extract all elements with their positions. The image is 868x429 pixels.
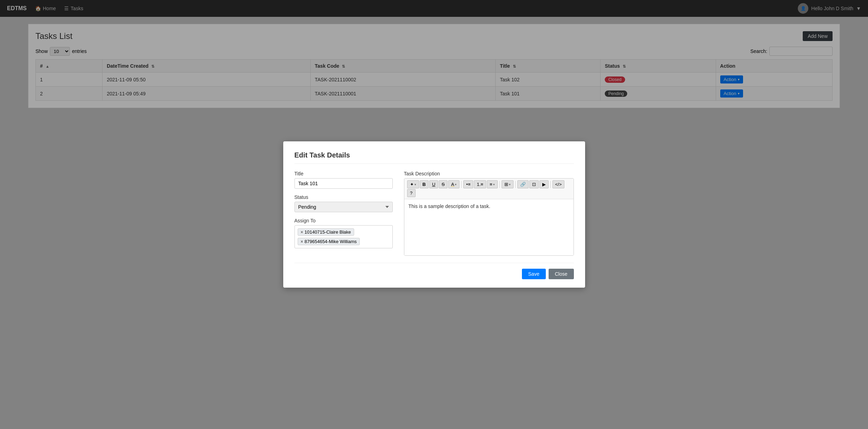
assignee-tag-2: × 879654654-Mike Williams [298,238,360,245]
rte-code-button[interactable]: </> [552,180,565,188]
modal-body: Title Status Pending Closed Open In Prog… [294,171,574,256]
rte-highlight-button[interactable]: A ▾ [448,180,459,188]
assign-to-group: Assign To × 10140715-Claire Blake × 8796… [294,218,393,248]
rte-divider-2 [499,181,500,188]
rte-image-button[interactable]: ⊡ [529,180,539,188]
rte-table-button[interactable]: ⊞ ▾ [502,180,513,188]
close-button[interactable]: Close [549,269,574,279]
rte-container: ✦ ▾ B U S A ▾ •≡ 1.≡ ≡ ▾ ⊞ ▾ 🔗 ⊡ [404,178,574,256]
assign-to-box[interactable]: × 10140715-Claire Blake × 879654654-Mike… [294,225,393,248]
save-button[interactable]: Save [522,269,546,279]
modal-right: Task Description ✦ ▾ B U S A ▾ •≡ 1.≡ ≡ … [404,171,574,256]
remove-assignee-2[interactable]: × [301,239,303,244]
modal-title: Edit Task Details [294,151,574,164]
rte-divider-4 [550,181,551,188]
status-group: Status Pending Closed Open In Progress [294,194,393,212]
rte-content[interactable]: This is a sample description of a task. [404,199,574,255]
rte-align-button[interactable]: ≡ ▾ [487,180,498,188]
rte-magic-button[interactable]: ✦ ▾ [407,180,419,188]
rte-toolbar: ✦ ▾ B U S A ▾ •≡ 1.≡ ≡ ▾ ⊞ ▾ 🔗 ⊡ [404,179,574,199]
rte-help-button[interactable]: ? [407,189,416,197]
status-select[interactable]: Pending Closed Open In Progress [294,202,393,212]
title-input[interactable] [294,178,393,189]
modal-overlay[interactable]: Edit Task Details Title Status Pending C… [0,0,868,429]
rte-link-button[interactable]: 🔗 [517,180,529,188]
status-label: Status [294,194,393,200]
assign-to-label: Assign To [294,218,393,223]
rte-divider-3 [515,181,516,188]
edit-task-modal: Edit Task Details Title Status Pending C… [283,141,585,288]
rte-underline-button[interactable]: U [429,180,438,188]
rte-bullet-list-button[interactable]: •≡ [463,180,473,188]
description-label: Task Description [404,171,574,176]
rte-media-button[interactable]: ▶ [539,180,549,188]
title-group: Title [294,171,393,189]
modal-left: Title Status Pending Closed Open In Prog… [294,171,393,256]
assignee-2-text: 879654654-Mike Williams [305,239,357,244]
rte-divider-1 [461,181,462,188]
modal-footer: Save Close [294,263,574,279]
rte-strikethrough-button[interactable]: S [439,180,448,188]
rte-ordered-list-button[interactable]: 1.≡ [474,180,486,188]
title-label: Title [294,171,393,176]
remove-assignee-1[interactable]: × [301,230,303,235]
rte-bold-button[interactable]: B [420,180,429,188]
assignee-tag-1: × 10140715-Claire Blake [298,228,354,236]
assignee-1-text: 10140715-Claire Blake [305,229,351,235]
